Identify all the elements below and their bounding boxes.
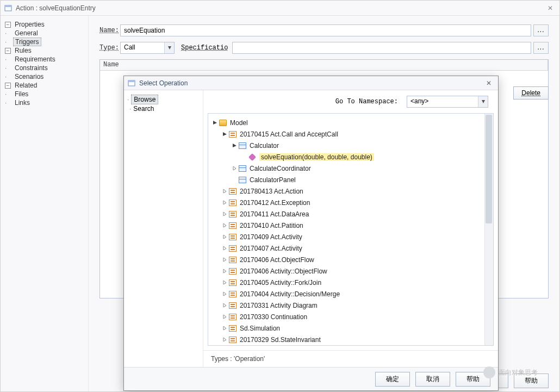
tree-scenarios[interactable]: ·Scenarios <box>3 72 86 81</box>
mod-icon <box>229 302 237 309</box>
op-icon <box>248 153 256 160</box>
name-browse-button[interactable]: ... <box>533 24 549 36</box>
tree-package-9[interactable]: 20170404 Activity::Decision/Merge <box>211 288 491 300</box>
chevron-down-icon[interactable]: ▾ <box>164 42 174 53</box>
expand-icon[interactable] <box>221 222 228 229</box>
spacer <box>231 177 238 183</box>
scrollbar[interactable] <box>484 114 493 345</box>
expand-icon[interactable] <box>221 200 228 206</box>
tree-rules[interactable]: −Rules <box>3 46 86 55</box>
tree-class-calculator[interactable]: Calculator <box>211 140 491 151</box>
tree-package-12[interactable]: Sd.Simulation <box>211 322 491 334</box>
modal-close-icon[interactable]: ✕ <box>483 79 495 87</box>
expand-icon[interactable] <box>221 257 228 263</box>
mod-icon <box>229 268 237 275</box>
expand-icon[interactable] <box>221 245 228 252</box>
cls-icon <box>239 142 246 149</box>
expand-icon[interactable] <box>221 188 228 195</box>
modal-tab-list: ·Browse ·Search <box>124 90 203 367</box>
tree-package-7[interactable]: 20170406 Activity::ObjectFlow <box>211 265 491 277</box>
tree-package-1[interactable]: 20170412 Act.Exception <box>211 197 491 208</box>
collapse-icon[interactable]: − <box>5 22 11 28</box>
mod-icon <box>229 222 237 229</box>
tree-package-10[interactable]: 20170331 Activity Diagram <box>211 300 491 311</box>
scroll-thumb[interactable] <box>486 115 492 223</box>
expand-icon[interactable] <box>221 234 228 240</box>
tree-package-2[interactable]: 20170411 Act.DataArea <box>211 208 491 220</box>
tree-package-6[interactable]: 20170406 Act.ObjectFlow <box>211 254 491 265</box>
collapse-icon[interactable]: − <box>5 48 11 54</box>
expand-icon[interactable] <box>221 337 228 343</box>
delete-button[interactable]: Delete <box>513 86 549 99</box>
tree-operation-solveequation[interactable]: solveEquation(double, double, double) <box>211 151 491 163</box>
mod-icon <box>229 211 237 217</box>
mod-icon <box>229 234 237 240</box>
col-name[interactable]: Name <box>100 60 548 70</box>
pkg-icon <box>219 120 227 126</box>
mod-icon <box>229 188 237 195</box>
tree-package-11[interactable]: 20170330 Continuation <box>211 311 491 322</box>
mod-icon <box>229 291 237 297</box>
tree-triggers[interactable]: ·Triggers <box>3 38 86 46</box>
tree-links[interactable]: ·Links <box>3 98 86 107</box>
collapse-icon[interactable]: − <box>5 83 11 89</box>
expand-icon[interactable] <box>221 268 228 275</box>
tree-files[interactable]: ·Files <box>3 90 86 98</box>
tree-package-4[interactable]: 20170409 Act.Activity <box>211 231 491 242</box>
chevron-down-icon[interactable]: ▾ <box>478 96 488 107</box>
tree-package[interactable]: 20170415 Act.Call and AcceptCall <box>211 128 491 140</box>
operation-tree[interactable]: Model 20170415 Act.Call and AcceptCall C… <box>208 113 494 346</box>
tree-package-3[interactable]: 20170410 Act.Patition <box>211 220 491 231</box>
titlebar: Action : solveEquationEntry ✕ <box>1 1 559 16</box>
expand-icon[interactable] <box>231 165 238 172</box>
tree-package-5[interactable]: 20170407 Act.Activity <box>211 242 491 254</box>
collapse-icon[interactable] <box>231 142 238 149</box>
grid-header: Name <box>100 60 548 71</box>
cancel-button[interactable]: 取消 <box>415 372 450 387</box>
expand-icon[interactable] <box>221 279 228 286</box>
mod-icon <box>229 279 237 286</box>
window-close-icon[interactable]: ✕ <box>544 4 556 12</box>
tree-class-coordinator[interactable]: CalculateCoordinator <box>211 163 491 174</box>
mod-icon <box>229 257 237 263</box>
modal-help-button[interactable]: 帮助 <box>456 372 490 387</box>
select-operation-dialog: Select Operation ✕ ·Browse ·Search Go To… <box>123 76 499 391</box>
cls-icon <box>239 165 246 172</box>
expand-icon[interactable] <box>221 314 228 320</box>
tree-general[interactable]: ·General <box>3 29 86 38</box>
expand-icon[interactable] <box>221 325 228 332</box>
tree-related[interactable]: −Related <box>3 81 86 90</box>
mod-icon <box>229 314 237 320</box>
mod-icon <box>229 325 237 332</box>
svg-rect-1 <box>5 5 11 7</box>
help-button[interactable]: 帮助 <box>514 374 549 388</box>
tree-requirements[interactable]: ·Requirements <box>3 55 86 64</box>
modal-titlebar: Select Operation ✕ <box>124 76 498 90</box>
expand-icon[interactable] <box>221 291 228 297</box>
type-dropdown[interactable]: Call ▾ <box>120 42 175 54</box>
action-icon <box>4 4 13 13</box>
specification-input[interactable] <box>232 42 531 54</box>
collapse-icon[interactable] <box>221 131 228 138</box>
name-label: Name: <box>99 27 120 34</box>
collapse-icon[interactable] <box>211 120 218 126</box>
tree-class-panel[interactable]: CalculatorPanel <box>211 174 491 185</box>
tree-package-0[interactable]: 201780413 Act.Action <box>211 185 491 197</box>
expand-icon[interactable] <box>221 302 228 309</box>
tree-model[interactable]: Model <box>211 117 491 128</box>
tree-properties[interactable]: −Properties <box>3 20 86 29</box>
ok-button[interactable]: 确定 <box>375 372 410 387</box>
specification-browse-button[interactable]: ... <box>533 42 549 54</box>
tree-constraints[interactable]: ·Constraints <box>3 64 86 72</box>
tree-package-13[interactable]: 20170329 Sd.StateInvariant <box>211 334 491 345</box>
tab-browse[interactable]: ·Browse <box>127 95 200 104</box>
namespace-dropdown[interactable]: <any> ▾ <box>407 96 488 108</box>
action-dialog: Action : solveEquationEntry ✕ −Propertie… <box>0 0 560 392</box>
mod-icon <box>229 337 237 343</box>
specification-label: Specificatio <box>181 44 228 52</box>
tree-package-8[interactable]: 20170405 Activity::Fork/Join <box>211 277 491 288</box>
expand-icon[interactable] <box>221 211 228 217</box>
type-label: Type: <box>99 44 120 52</box>
tab-search[interactable]: ·Search <box>127 104 200 113</box>
name-input[interactable] <box>120 24 531 36</box>
